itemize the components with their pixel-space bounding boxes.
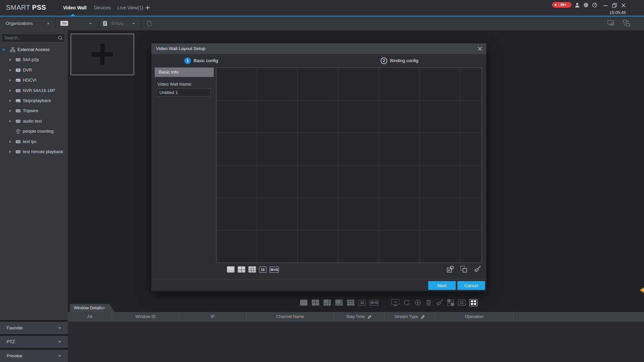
gear-icon[interactable] (583, 2, 589, 8)
panel-preview[interactable]: Preview (0, 350, 68, 362)
split-6-icon[interactable] (323, 299, 331, 306)
layout-9-button[interactable] (248, 266, 256, 273)
tree-item-skipnplayback[interactable]: Skipnplayback (0, 96, 68, 106)
window-details-tab[interactable]: Window Details (70, 304, 115, 312)
screen-on-button[interactable]: on (391, 299, 399, 306)
chevron-right-icon[interactable] (9, 109, 11, 112)
add-video-wall-tile[interactable] (70, 34, 134, 75)
split-4-icon[interactable] (311, 299, 319, 306)
tab-live-view[interactable]: Live View(1) (117, 0, 143, 16)
panel-favorite[interactable]: Favorite (0, 322, 68, 334)
tree-item-dvr[interactable]: ? DVR (0, 65, 68, 75)
split-8-icon[interactable] (335, 299, 343, 306)
chevron-right-icon[interactable] (9, 79, 11, 82)
add-tab-button[interactable]: + (145, 3, 150, 13)
tv-icon: TV (60, 21, 68, 26)
merge-screens-icon[interactable] (447, 266, 454, 273)
edit-pencil-icon[interactable] (420, 315, 425, 319)
layout-1-button[interactable] (227, 266, 235, 273)
tree-item-people-counting[interactable]: people counting (0, 126, 68, 136)
tree-item-test-remote-playback[interactable]: test remote playback (0, 147, 68, 157)
chevron-down-icon (132, 23, 135, 25)
tree-item-audio-test[interactable]: audio test (0, 116, 68, 126)
close-icon[interactable] (478, 46, 482, 51)
column-channel-name: Channel Name (247, 312, 334, 322)
stream-switch-icon[interactable] (458, 300, 466, 306)
recorder-icon (15, 88, 21, 93)
layout-16-button[interactable]: 16 (259, 267, 266, 273)
chevron-right-icon[interactable] (9, 58, 11, 61)
column-all[interactable]: All (68, 312, 112, 322)
screen-refresh-icon[interactable] (607, 20, 615, 27)
tree-item-label: Skipnplayback (23, 96, 51, 106)
scheme-value: Empty (111, 16, 124, 30)
chevron-right-icon[interactable] (9, 69, 11, 72)
recorder-icon (15, 57, 21, 62)
panel-ptz[interactable]: PTZ (0, 336, 68, 348)
corner-resize-flag[interactable] (640, 287, 644, 293)
next-button[interactable]: Next (428, 281, 456, 290)
chevron-right-icon[interactable] (9, 120, 11, 123)
search-box[interactable] (1, 34, 65, 42)
chevron-right-icon[interactable] (9, 140, 11, 143)
user-icon[interactable] (575, 2, 580, 8)
close-window-icon[interactable] (621, 3, 626, 8)
tree-item-label: External Access (17, 45, 50, 55)
dialog-title-bar: Video Wall Layout Setup (151, 43, 486, 54)
windows-select-icon[interactable] (447, 299, 454, 306)
recorder-icon (15, 139, 21, 144)
tour-play-icon[interactable] (414, 299, 422, 306)
minimize-icon[interactable] (603, 3, 608, 8)
tree-item-external-access[interactable]: External Access (0, 45, 68, 55)
layout-4-button[interactable] (238, 266, 245, 273)
tree-item-54a-p2p[interactable]: 54A p2p (0, 55, 68, 65)
cancel-button[interactable]: Cancel (457, 281, 485, 290)
nav-item-label: Basic Info (159, 67, 179, 77)
edit-pencil-icon[interactable] (367, 315, 372, 319)
org-tree-icon (10, 47, 15, 52)
tree-item-nvr-54a16[interactable]: NVR 54A16-16P (0, 86, 68, 96)
dashboard-gauge-icon[interactable] (592, 2, 597, 8)
refresh-icon[interactable] (403, 299, 410, 306)
video-wall-grid[interactable] (216, 67, 482, 263)
organizations-expand-icon[interactable] (48, 22, 49, 25)
window-details-toggle-icon[interactable] (469, 299, 478, 306)
tree-item-hdcvi[interactable]: HDCVI (0, 75, 68, 85)
restore-window-icon[interactable] (612, 3, 617, 8)
chevron-right-icon[interactable] (9, 89, 11, 92)
window-details-header: All Window ID IP Channel Name Stay Time … (68, 312, 644, 322)
chevron-right-icon[interactable] (9, 150, 11, 153)
device-sidebar: External Access 54A p2p ? DVR HDCVI (0, 30, 68, 362)
tab-devices[interactable]: Devices (94, 0, 111, 16)
speaker-icon (554, 3, 557, 6)
split-mxn-button[interactable]: M×N (369, 300, 379, 306)
nav-item-basic-info[interactable]: Basic Info (155, 67, 214, 77)
save-scheme-icon[interactable] (147, 20, 152, 26)
split-16-button[interactable]: 16 (358, 300, 366, 306)
tree-item-tripwire[interactable]: Tripwire (0, 106, 68, 116)
tree-item-label: test remote playback (23, 147, 63, 157)
broom-clear-icon[interactable] (436, 299, 444, 306)
split-9-icon[interactable] (347, 299, 355, 306)
title-bar: SMART PSS Video Wall Devices Live View(1… (0, 0, 644, 16)
trash-icon[interactable] (425, 299, 432, 306)
search-icon[interactable] (58, 36, 63, 40)
screen-swap-icon[interactable] (623, 20, 630, 27)
logo-smart: SMART (6, 4, 30, 11)
search-input[interactable] (1, 34, 65, 42)
tree-item-test-lpc[interactable]: test lpc (0, 137, 68, 147)
chevron-down-icon (58, 355, 61, 357)
chevron-right-icon[interactable] (9, 99, 11, 102)
split-screen-icon[interactable] (460, 266, 467, 273)
tree-item-label: HDCVI (23, 75, 36, 85)
chevron-expanded-icon[interactable] (2, 49, 5, 51)
split-1-icon[interactable] (300, 299, 308, 306)
layout-mxn-button[interactable]: M×N (269, 267, 279, 273)
panel-label: Favorite (7, 322, 22, 334)
tree-item-label: audio test (23, 116, 42, 126)
alarm-badge[interactable]: 99+ (552, 2, 572, 8)
monitor-stand (394, 305, 397, 306)
broom-clear-icon[interactable] (474, 266, 481, 273)
video-wall-name-input[interactable] (156, 88, 211, 96)
tab-video-wall[interactable]: Video Wall (63, 0, 87, 16)
